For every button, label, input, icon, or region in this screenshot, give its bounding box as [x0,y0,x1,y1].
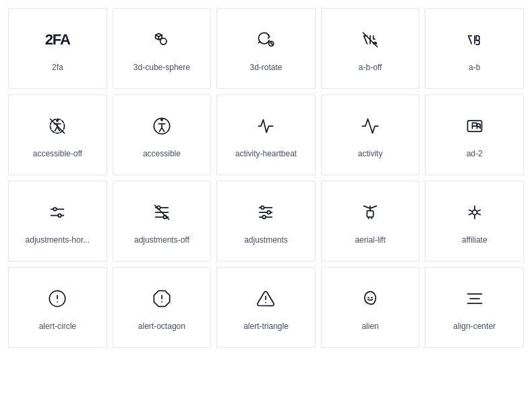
icon-card-3d-rotate[interactable]: 3d-rotate [216,8,316,89]
alien-icon [358,286,382,311]
icon-card-align-center[interactable]: align-center [425,267,524,348]
affiliate-label: affiliate [462,235,487,245]
a-b-off-label: a-b-off [359,63,382,72]
icon-card-aerial-lift[interactable]: aerial-lift [321,181,420,262]
align-center-label: align-center [453,322,496,331]
ad-2-label: ad-2 [467,149,483,158]
icon-card-accessible[interactable]: accessible [113,94,212,175]
svg-point-26 [472,210,477,215]
3d-cube-sphere-icon [150,28,174,52]
svg-point-22 [261,206,264,210]
activity-heartbeat-label: activity-heartbeat [235,149,297,158]
svg-point-24 [263,216,266,219]
3d-cube-sphere-label: 3d-cube-sphere [134,63,190,72]
icon-card-adjustments[interactable]: adjustments [216,181,316,262]
svg-point-12 [58,214,61,217]
alert-triangle-icon [254,286,278,311]
icon-card-alert-triangle[interactable]: alert-triangle [216,267,316,348]
a-b-label: a-b [469,63,480,72]
ad-2-icon [463,114,487,138]
a-b-icon [463,28,487,52]
icon-card-activity-heartbeat[interactable]: activity-heartbeat [216,94,316,175]
alien-label: alien [361,322,378,331]
alert-octagon-label: alert-octagon [138,322,185,331]
icon-card-alien[interactable]: alien [321,267,420,348]
aerial-lift-icon [358,200,382,224]
icon-card-2fa[interactable]: 2FA2fa [8,8,107,89]
icon-card-3d-cube-sphere[interactable]: 3d-cube-sphere [113,8,212,89]
activity-heartbeat-icon [254,114,278,138]
alert-triangle-label: alert-triangle [243,322,289,331]
3d-rotate-icon [254,28,278,52]
accessible-icon [150,114,174,138]
svg-point-3 [57,120,58,121]
adjustments-off-icon [150,200,174,224]
accessible-label: accessible [143,149,181,158]
adjustments-label: adjustments [244,235,288,245]
adjustments-hor-icon [45,200,69,224]
svg-point-11 [53,208,57,211]
adjustments-off-label: adjustments-off [134,235,189,245]
alert-circle-label: alert-circle [39,322,76,331]
icon-card-a-b-off[interactable]: a-b-off [321,8,420,89]
icon-card-activity[interactable]: activity [321,94,420,175]
alert-octagon-icon [150,286,174,311]
aerial-lift-label: aerial-lift [355,235,385,245]
icon-card-adjustments-off[interactable]: adjustments-off [113,181,212,262]
icon-card-accessible-off[interactable]: accessible-off [8,94,107,175]
2fa-label: 2fa [52,63,63,72]
icon-card-alert-circle[interactable]: alert-circle [8,267,107,348]
a-b-off-icon [358,28,382,52]
icon-card-affiliate[interactable]: affiliate [425,181,524,262]
activity-label: activity [358,149,383,158]
icon-card-alert-octagon[interactable]: alert-octagon [113,267,212,348]
3d-rotate-label: 3d-rotate [249,63,282,72]
align-center-icon [463,286,487,311]
adjustments-hor-label: adjustments-hor... [26,235,90,245]
icon-card-adjustments-hor[interactable]: adjustments-hor... [8,181,107,262]
accessible-off-icon [45,114,69,138]
icon-card-ad-2[interactable]: ad-2 [425,94,524,175]
adjustments-icon [254,200,278,224]
svg-point-6 [161,119,162,121]
accessible-off-label: accessible-off [33,149,82,158]
icon-grid: 2FA2fa3d-cube-sphere3d-rotatea-b-offa-ba… [0,0,532,356]
activity-icon [358,114,382,138]
svg-point-23 [268,211,271,214]
2fa-icon: 2FA [45,28,69,52]
affiliate-icon [463,200,487,224]
svg-rect-25 [367,211,373,217]
alert-circle-icon [45,286,69,311]
icon-card-a-b[interactable]: a-b [425,8,524,89]
